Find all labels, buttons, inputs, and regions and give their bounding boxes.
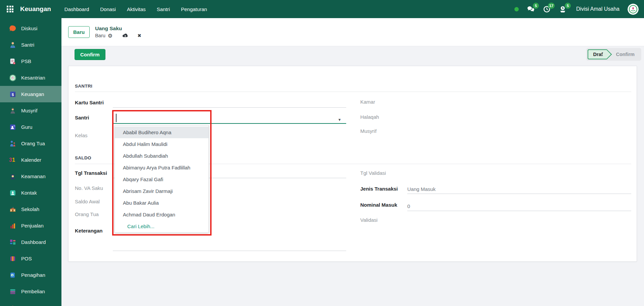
sidebar-item-keamanan[interactable]: Keamanan [0, 168, 61, 185]
status-confirm[interactable]: Confirm [607, 50, 639, 59]
top-navbar: Keuangan Dashboard Donasi Aktivitas Sant… [0, 0, 644, 18]
invoice-dollar-icon: $ [9, 271, 16, 279]
counselor-icon [9, 107, 16, 114]
activities-badge: 17 [548, 3, 555, 9]
breadcrumb-bar: Baru Uang Saku Baru ⚙ ✖ [61, 18, 644, 46]
breadcrumb-record-name: Baru [95, 33, 105, 38]
emblem-icon [9, 74, 16, 82]
label-jenis-transaksi: Jenis Transaksi [360, 186, 398, 192]
santri-dropdown: Ababil Budihero Aqna Abdul Halim Maulidi… [114, 125, 209, 233]
close-icon[interactable]: ✖ [137, 33, 141, 38]
breadcrumb-title[interactable]: Uang Saku [95, 26, 141, 32]
nav-menu-pengaturan[interactable]: Pengaturan [181, 6, 207, 12]
label-keterangan: Keterangan [75, 228, 103, 234]
sidebar: Diskusi Santri PSB Kesantrian $ Keuangan [0, 18, 61, 306]
main-area: Baru Uang Saku Baru ⚙ ✖ Confirm Draft Co… [61, 18, 644, 306]
contact-icon [9, 189, 16, 197]
sidebar-item-santri[interactable]: Santri [0, 37, 61, 53]
sidebar-item-pos[interactable]: POS [0, 250, 61, 267]
label-tgl-transaksi: Tgl Transaksi [75, 170, 107, 176]
section-title-santri: SANTRI [75, 84, 92, 89]
status-draft[interactable]: Draft [588, 49, 607, 59]
label-saldo-awal: Saldo Awal [75, 199, 100, 204]
sidebar-item-dashboard[interactable]: Dashboard [0, 234, 61, 250]
sidebar-item-kesantrian[interactable]: Kesantrian [0, 69, 61, 86]
label-musyrif: Musyrif [360, 128, 376, 134]
cloud-upload-icon[interactable] [122, 33, 129, 38]
nav-menu-donasi[interactable]: Donasi [100, 6, 116, 12]
messages-badge: 5 [533, 3, 539, 9]
apps-menu-button[interactable] [5, 4, 15, 14]
student-icon [9, 41, 16, 49]
content-area: SANTRI Kartu Santri Santri ▾ Kelas Kamar… [61, 62, 644, 306]
label-kartu-santri: Kartu Santri [75, 100, 104, 105]
sidebar-item-stok-persediaan[interactable]: Stok Persediaan [0, 300, 61, 306]
registration-doc-icon [9, 58, 16, 65]
app-body: Diskusi Santri PSB Kesantrian $ Keuangan [0, 18, 644, 306]
dollar-square-icon: $ [9, 91, 16, 98]
sidebar-item-kontak[interactable]: Kontak [0, 185, 61, 201]
new-button[interactable]: Baru [68, 26, 90, 38]
sidebar-item-orang-tua[interactable]: Orang Tua [0, 135, 61, 152]
teacher-icon [9, 123, 16, 131]
sidebar-item-pembelian[interactable]: Pembelian [0, 283, 61, 300]
statusbar: Draft Confirm [586, 48, 641, 61]
label-orang-tua: Orang Tua [75, 211, 99, 217]
label-halaqah: Halaqah [360, 114, 379, 120]
dropdown-option[interactable]: Achmad Daud Erdogan [115, 209, 209, 220]
dashboard-tiles-icon [9, 239, 16, 246]
gear-icon[interactable]: ⚙ [108, 33, 112, 39]
dropdown-option[interactable]: Abdul Halim Maulidi [115, 138, 209, 150]
sidebar-item-kalender[interactable]: 31 Kalender [0, 152, 61, 168]
dropdown-option[interactable]: Abdullah Subandiah [115, 150, 209, 162]
nominal-masuk-field[interactable]: 0 [407, 202, 631, 211]
nav-menu-santri[interactable]: Santri [157, 6, 170, 12]
sidebar-item-diskusi[interactable]: Diskusi [0, 20, 61, 37]
payments-button[interactable]: $ 5 [559, 5, 567, 13]
nav-menu-dashboard[interactable]: Dashboard [64, 6, 89, 12]
pos-awning-icon [9, 255, 16, 262]
confirm-button[interactable]: Confirm [75, 49, 105, 60]
svg-text:$: $ [562, 6, 564, 10]
parents-icon [9, 140, 16, 147]
avatar[interactable] [628, 4, 639, 15]
sidebar-item-sekolah[interactable]: Sekolah [0, 201, 61, 217]
section-divider [75, 92, 631, 92]
breadcrumb: Uang Saku Baru ⚙ ✖ [95, 26, 141, 39]
search-more-link[interactable]: Cari Lebih... [115, 220, 209, 232]
sidebar-item-guru[interactable]: Guru [0, 119, 61, 135]
jenis-transaksi-field[interactable]: Uang Masuk [407, 185, 631, 194]
activities-button[interactable]: 17 [543, 5, 551, 13]
dropdown-option[interactable]: Ababil Budihero Aqna [115, 126, 209, 138]
kartu-santri-field[interactable] [113, 99, 346, 108]
dropdown-option[interactable]: Abqary Fazal Gafi [115, 173, 209, 185]
user-company[interactable]: Divisi Amal Usaha [576, 6, 619, 12]
sidebar-item-musyrif[interactable]: Musyrif [0, 102, 61, 119]
sidebar-item-keuangan[interactable]: $ Keuangan [0, 86, 61, 102]
label-kamar: Kamar [360, 99, 375, 105]
nav-menu-aktivitas[interactable]: Aktivitas [127, 6, 146, 12]
form-sheet: SANTRI Kartu Santri Santri ▾ Kelas Kamar… [68, 66, 637, 262]
app-brand[interactable]: Keuangan [20, 5, 51, 13]
sidebar-item-penjualan[interactable]: Penjualan [0, 217, 61, 234]
sidebar-item-psb[interactable]: PSB [0, 53, 61, 69]
sidebar-item-penagihan[interactable]: $ Penagihan [0, 267, 61, 283]
text-cursor [116, 114, 117, 122]
label-no-va-saku: No. VA Saku [75, 185, 103, 191]
label-validasi: Validasi [360, 217, 377, 223]
dropdown-option[interactable]: Abimanyu Arya Putra Fadlillah [115, 162, 209, 173]
action-bar: Confirm Draft Confirm [61, 46, 644, 62]
label-tgl-validasi: Tgl Validasi [360, 170, 386, 176]
keterangan-field[interactable] [113, 233, 346, 251]
messages-button[interactable]: 5 [527, 5, 535, 13]
dropdown-option[interactable]: Abrisam Zavir Darmaji [115, 185, 209, 197]
navbar-right: 5 17 $ 5 Divisi Amal Usaha [514, 4, 639, 15]
santri-input[interactable] [113, 115, 346, 124]
dropdown-option[interactable]: Abu Bakar Aulia [115, 197, 209, 209]
apps-grid-icon [7, 6, 13, 12]
chat-balloon-icon [9, 25, 16, 32]
svg-text:$: $ [12, 92, 14, 96]
bar-chart-icon [9, 222, 16, 230]
calendar-31-icon: 31 [9, 156, 16, 164]
caret-down-icon[interactable]: ▾ [338, 117, 341, 122]
